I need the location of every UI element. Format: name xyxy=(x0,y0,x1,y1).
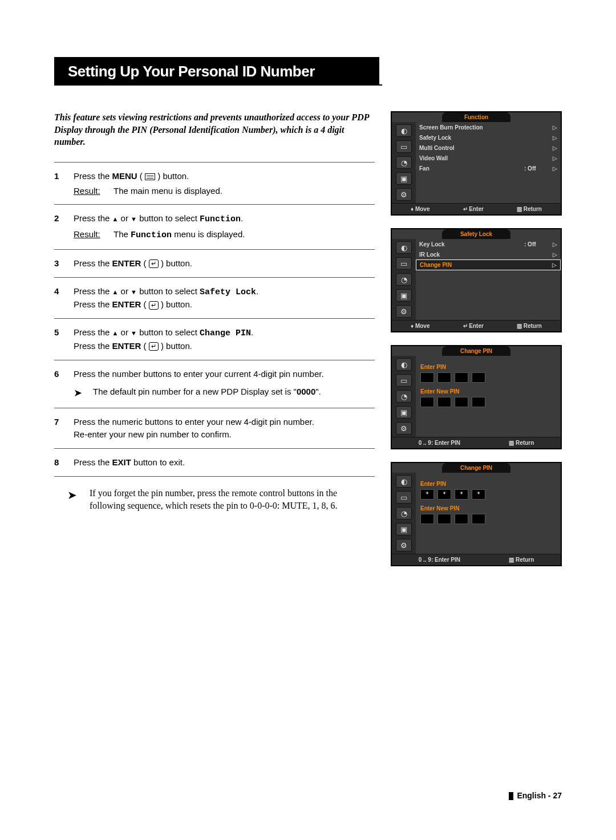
enter-pin-hint: 0 .. 9: Enter PIN xyxy=(419,440,460,446)
t: . xyxy=(241,213,243,223)
result-label: Result: xyxy=(74,185,114,197)
pin-digit[interactable] xyxy=(455,397,468,407)
function-icon: ⚙ xyxy=(396,305,412,318)
move-hint: ♦ Move xyxy=(411,323,429,329)
divider xyxy=(54,318,375,319)
enter-pin-boxes[interactable]: * * * * xyxy=(416,488,561,504)
t: or xyxy=(118,213,131,223)
step-text: Press the EXIT button to exit. xyxy=(74,456,375,469)
pin-digit[interactable] xyxy=(437,397,451,407)
pin-digit[interactable]: * xyxy=(437,489,451,500)
pin-digit[interactable] xyxy=(472,514,485,524)
t: Return xyxy=(524,206,542,212)
t: 0000 xyxy=(297,387,315,396)
row-val: : Off xyxy=(524,241,553,247)
t: ( xyxy=(137,171,145,181)
t: The xyxy=(114,229,131,239)
timer-icon: ◔ xyxy=(396,507,412,520)
osd-row[interactable]: Key Lock: Off▷ xyxy=(416,239,561,249)
osd-title: Change PIN xyxy=(442,463,510,473)
return-hint: ▥ Return xyxy=(509,440,534,446)
osd-row[interactable]: Fan: Off▷ xyxy=(416,163,561,173)
row-label: Screen Burn Protection xyxy=(419,124,524,131)
pin-digit[interactable] xyxy=(420,514,434,524)
step-1: 1 Press the MENU ( ) button. Result: The… xyxy=(54,167,375,200)
pin-digit[interactable]: * xyxy=(420,489,434,500)
enter-pin-label: Enter PIN xyxy=(416,480,561,488)
picture-icon: ◐ xyxy=(396,124,412,137)
pin-digit[interactable] xyxy=(455,372,468,383)
pin-digit[interactable] xyxy=(420,397,434,407)
chevron-right-icon: ▷ xyxy=(553,165,557,172)
osd-footer: 0 .. 9: Enter PIN ▥ Return xyxy=(392,437,561,448)
t: Press the xyxy=(74,258,112,268)
pin-digit[interactable] xyxy=(437,514,451,524)
chevron-right-icon: ▷ xyxy=(553,251,557,258)
setup-icon: ▣ xyxy=(396,523,412,535)
t: ) button. xyxy=(159,258,192,268)
pin-digit[interactable]: * xyxy=(472,489,485,500)
note-6: ➤ The default pin number for a new PDP D… xyxy=(54,383,375,403)
row-label: Change PIN xyxy=(420,262,524,268)
down-arrow-icon xyxy=(131,327,137,337)
pointer-icon: ➤ xyxy=(54,487,90,513)
osd-pin-area: Enter PIN Enter New PIN xyxy=(416,356,561,437)
new-pin-boxes[interactable] xyxy=(416,396,561,412)
note-text: The default pin number for a new PDP Dis… xyxy=(93,385,321,400)
osd-row[interactable]: Video Wall▷ xyxy=(416,153,561,163)
enter-icon: ↵ xyxy=(149,342,159,351)
step-number: 3 xyxy=(54,257,74,270)
step-text: Press the ENTER ( ↵ ) button. xyxy=(74,257,375,270)
picture-icon: ◐ xyxy=(396,475,412,488)
row-val: : Off xyxy=(524,165,553,172)
pin-digit[interactable] xyxy=(472,397,485,407)
step-text: Press the or button to select Function. … xyxy=(74,212,375,242)
timer-icon: ◔ xyxy=(396,156,412,169)
new-pin-boxes[interactable] xyxy=(416,513,561,529)
pin-digit[interactable] xyxy=(420,372,434,383)
sound-icon: ▭ xyxy=(396,257,412,270)
chevron-right-icon: ▷ xyxy=(553,124,557,131)
t: ( xyxy=(141,258,148,268)
osd-row-selected[interactable]: Change PIN▷ xyxy=(416,259,561,270)
osd-footer: ♦ Move ↵ Enter ▥ Return xyxy=(392,203,561,214)
return-hint: ▥ Return xyxy=(509,557,534,563)
return-hint: ▥ Return xyxy=(517,206,542,212)
osd-function: Function ◐ ▭ ◔ ▣ ⚙ Screen Burn Protectio… xyxy=(391,111,562,216)
title-bar: Setting Up Your Personal ID Number xyxy=(54,57,379,86)
t: The default pin number for a new PDP Dis… xyxy=(93,387,297,396)
step-6: 6 Press the number buttons to enter your… xyxy=(54,365,375,383)
enter-pin-hint: 0 .. 9: Enter PIN xyxy=(419,557,460,563)
osd-row[interactable]: Multi Control▷ xyxy=(416,143,561,153)
osd-change-pin-filled: Change PIN ◐ ▭ ◔ ▣ ⚙ Enter PIN * xyxy=(391,462,562,566)
pin-digit[interactable] xyxy=(437,372,451,383)
osd-title: Function xyxy=(442,112,510,122)
page-footer: English - 27 xyxy=(509,791,562,800)
pin-digit[interactable] xyxy=(455,514,468,524)
t: Press the xyxy=(74,299,112,309)
t: ENTER xyxy=(112,258,141,268)
t: button to select xyxy=(137,327,200,337)
osd-row[interactable]: Screen Burn Protection▷ xyxy=(416,122,561,132)
return-hint: ▥ Return xyxy=(517,323,542,329)
t: Press the xyxy=(74,457,112,467)
pin-digit[interactable]: * xyxy=(455,489,468,500)
function-icon: ⚙ xyxy=(396,539,412,551)
up-arrow-icon xyxy=(112,327,119,337)
osd-row[interactable]: Safety Lock▷ xyxy=(416,132,561,143)
row-label: IR Lock xyxy=(419,251,524,258)
enter-icon: ↵ xyxy=(149,301,159,310)
result-label: Result: xyxy=(74,228,114,242)
pin-digit[interactable] xyxy=(472,372,485,383)
after-note: ➤ If you forget the pin number, press th… xyxy=(54,487,375,513)
chevron-right-icon: ▷ xyxy=(552,262,557,268)
t: Move xyxy=(415,206,430,212)
osd-footer: ♦ Move ↵ Enter ▥ Return xyxy=(392,320,561,331)
result: Result: The Function menu is displayed. xyxy=(74,228,375,242)
osd-row[interactable]: IR Lock▷ xyxy=(416,249,561,259)
t: menu is displayed. xyxy=(172,229,245,239)
osd-title: Change PIN xyxy=(442,346,510,356)
t: Press the xyxy=(74,286,112,296)
enter-pin-boxes[interactable] xyxy=(416,371,561,387)
chevron-right-icon: ▷ xyxy=(553,145,557,151)
